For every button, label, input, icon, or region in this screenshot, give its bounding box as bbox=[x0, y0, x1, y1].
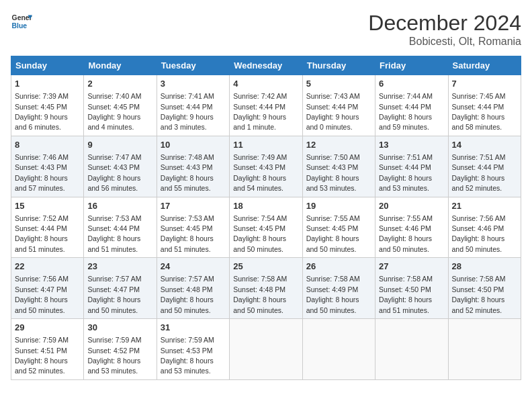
calendar-body: 1Sunrise: 7:39 AMSunset: 4:45 PMDaylight… bbox=[11, 75, 521, 380]
day-number: 26 bbox=[306, 261, 371, 273]
day-detail: Sunrise: 7:50 AMSunset: 4:43 PMDaylight:… bbox=[306, 153, 360, 192]
day-detail: Sunrise: 7:58 AMSunset: 4:50 PMDaylight:… bbox=[379, 275, 433, 314]
weekday-header-thursday: Thursday bbox=[302, 56, 375, 75]
calendar-cell: 1Sunrise: 7:39 AMSunset: 4:45 PMDaylight… bbox=[11, 75, 84, 136]
calendar-cell: 8Sunrise: 7:46 AMSunset: 4:43 PMDaylight… bbox=[11, 136, 84, 197]
day-detail: Sunrise: 7:57 AMSunset: 4:47 PMDaylight:… bbox=[87, 275, 141, 314]
day-detail: Sunrise: 7:53 AMSunset: 4:44 PMDaylight:… bbox=[87, 214, 141, 253]
calendar-cell: 22Sunrise: 7:56 AMSunset: 4:47 PMDayligh… bbox=[11, 258, 84, 319]
day-detail: Sunrise: 7:55 AMSunset: 4:46 PMDaylight:… bbox=[379, 214, 433, 253]
day-number: 23 bbox=[87, 261, 152, 273]
calendar-week-2: 8Sunrise: 7:46 AMSunset: 4:43 PMDaylight… bbox=[11, 136, 521, 197]
day-number: 8 bbox=[15, 139, 80, 151]
calendar-cell: 21Sunrise: 7:56 AMSunset: 4:46 PMDayligh… bbox=[448, 197, 521, 258]
day-number: 29 bbox=[15, 322, 80, 334]
calendar-week-1: 1Sunrise: 7:39 AMSunset: 4:45 PMDaylight… bbox=[11, 75, 521, 136]
day-number: 9 bbox=[87, 139, 152, 151]
calendar-cell: 6Sunrise: 7:44 AMSunset: 4:44 PMDaylight… bbox=[375, 75, 448, 136]
calendar-week-5: 29Sunrise: 7:59 AMSunset: 4:51 PMDayligh… bbox=[11, 319, 521, 380]
day-number: 20 bbox=[379, 200, 444, 212]
logo: General Blue bbox=[11, 11, 32, 32]
calendar-cell: 14Sunrise: 7:51 AMSunset: 4:44 PMDayligh… bbox=[448, 136, 521, 197]
calendar-cell bbox=[375, 319, 448, 380]
day-detail: Sunrise: 7:58 AMSunset: 4:50 PMDaylight:… bbox=[452, 275, 506, 314]
calendar-cell: 9Sunrise: 7:47 AMSunset: 4:43 PMDaylight… bbox=[84, 136, 157, 197]
day-number: 15 bbox=[15, 200, 80, 212]
calendar-table: SundayMondayTuesdayWednesdayThursdayFrid… bbox=[11, 56, 521, 380]
calendar-header-row: SundayMondayTuesdayWednesdayThursdayFrid… bbox=[11, 56, 521, 75]
day-number: 7 bbox=[452, 78, 517, 90]
day-number: 12 bbox=[306, 139, 371, 151]
calendar-cell: 10Sunrise: 7:48 AMSunset: 4:43 PMDayligh… bbox=[157, 136, 229, 197]
day-detail: Sunrise: 7:40 AMSunset: 4:45 PMDaylight:… bbox=[87, 92, 141, 131]
calendar-cell bbox=[302, 319, 375, 380]
weekday-header-tuesday: Tuesday bbox=[157, 56, 229, 75]
day-detail: Sunrise: 7:43 AMSunset: 4:44 PMDaylight:… bbox=[306, 92, 360, 131]
day-number: 10 bbox=[161, 139, 226, 151]
weekday-header-wednesday: Wednesday bbox=[230, 56, 302, 75]
weekday-header-monday: Monday bbox=[84, 56, 157, 75]
calendar-cell bbox=[448, 319, 521, 380]
day-detail: Sunrise: 7:54 AMSunset: 4:45 PMDaylight:… bbox=[233, 214, 287, 253]
day-number: 2 bbox=[87, 78, 152, 90]
calendar-cell: 16Sunrise: 7:53 AMSunset: 4:44 PMDayligh… bbox=[84, 197, 157, 258]
page-header: General Blue December 2024 Bobicesti, Ol… bbox=[11, 11, 521, 48]
calendar-cell: 4Sunrise: 7:42 AMSunset: 4:44 PMDaylight… bbox=[230, 75, 302, 136]
calendar-week-3: 15Sunrise: 7:52 AMSunset: 4:44 PMDayligh… bbox=[11, 197, 521, 258]
day-number: 14 bbox=[452, 139, 517, 151]
day-detail: Sunrise: 7:39 AMSunset: 4:45 PMDaylight:… bbox=[15, 92, 69, 131]
day-number: 16 bbox=[87, 200, 152, 212]
day-detail: Sunrise: 7:57 AMSunset: 4:48 PMDaylight:… bbox=[161, 275, 214, 314]
day-detail: Sunrise: 7:42 AMSunset: 4:44 PMDaylight:… bbox=[233, 92, 287, 131]
calendar-cell: 17Sunrise: 7:53 AMSunset: 4:45 PMDayligh… bbox=[157, 197, 229, 258]
day-detail: Sunrise: 7:44 AMSunset: 4:44 PMDaylight:… bbox=[379, 92, 433, 131]
day-number: 5 bbox=[306, 78, 371, 90]
day-number: 19 bbox=[306, 200, 371, 212]
day-number: 21 bbox=[452, 200, 517, 212]
calendar-cell: 19Sunrise: 7:55 AMSunset: 4:45 PMDayligh… bbox=[302, 197, 375, 258]
calendar-cell bbox=[230, 319, 302, 380]
day-number: 22 bbox=[15, 261, 80, 273]
weekday-header-friday: Friday bbox=[375, 56, 448, 75]
day-number: 1 bbox=[15, 78, 80, 90]
day-detail: Sunrise: 7:59 AMSunset: 4:52 PMDaylight:… bbox=[87, 336, 141, 375]
day-number: 25 bbox=[233, 261, 298, 273]
day-detail: Sunrise: 7:53 AMSunset: 4:45 PMDaylight:… bbox=[161, 214, 214, 253]
calendar-cell: 3Sunrise: 7:41 AMSunset: 4:44 PMDaylight… bbox=[157, 75, 229, 136]
title-block: December 2024 Bobicesti, Olt, Romania bbox=[368, 11, 521, 48]
day-number: 6 bbox=[379, 78, 444, 90]
weekday-header-saturday: Saturday bbox=[448, 56, 521, 75]
day-detail: Sunrise: 7:46 AMSunset: 4:43 PMDaylight:… bbox=[15, 153, 69, 192]
day-number: 13 bbox=[379, 139, 444, 151]
day-number: 3 bbox=[161, 78, 226, 90]
calendar-cell: 2Sunrise: 7:40 AMSunset: 4:45 PMDaylight… bbox=[84, 75, 157, 136]
day-detail: Sunrise: 7:49 AMSunset: 4:43 PMDaylight:… bbox=[233, 153, 287, 192]
day-number: 24 bbox=[161, 261, 226, 273]
day-detail: Sunrise: 7:55 AMSunset: 4:45 PMDaylight:… bbox=[306, 214, 360, 253]
logo-icon: General Blue bbox=[11, 11, 32, 32]
day-detail: Sunrise: 7:58 AMSunset: 4:49 PMDaylight:… bbox=[306, 275, 360, 314]
day-number: 11 bbox=[233, 139, 298, 151]
day-detail: Sunrise: 7:58 AMSunset: 4:48 PMDaylight:… bbox=[233, 275, 287, 314]
calendar-cell: 20Sunrise: 7:55 AMSunset: 4:46 PMDayligh… bbox=[375, 197, 448, 258]
calendar-week-4: 22Sunrise: 7:56 AMSunset: 4:47 PMDayligh… bbox=[11, 258, 521, 319]
calendar-cell: 27Sunrise: 7:58 AMSunset: 4:50 PMDayligh… bbox=[375, 258, 448, 319]
calendar-cell: 24Sunrise: 7:57 AMSunset: 4:48 PMDayligh… bbox=[157, 258, 229, 319]
day-detail: Sunrise: 7:51 AMSunset: 4:44 PMDaylight:… bbox=[379, 153, 433, 192]
day-number: 4 bbox=[233, 78, 298, 90]
day-detail: Sunrise: 7:56 AMSunset: 4:47 PMDaylight:… bbox=[15, 275, 69, 314]
calendar-cell: 23Sunrise: 7:57 AMSunset: 4:47 PMDayligh… bbox=[84, 258, 157, 319]
svg-text:Blue: Blue bbox=[12, 22, 28, 30]
calendar-cell: 7Sunrise: 7:45 AMSunset: 4:44 PMDaylight… bbox=[448, 75, 521, 136]
day-number: 27 bbox=[379, 261, 444, 273]
day-detail: Sunrise: 7:48 AMSunset: 4:43 PMDaylight:… bbox=[161, 153, 214, 192]
day-number: 17 bbox=[161, 200, 226, 212]
day-detail: Sunrise: 7:41 AMSunset: 4:44 PMDaylight:… bbox=[161, 92, 214, 131]
calendar-cell: 13Sunrise: 7:51 AMSunset: 4:44 PMDayligh… bbox=[375, 136, 448, 197]
calendar-cell: 15Sunrise: 7:52 AMSunset: 4:44 PMDayligh… bbox=[11, 197, 84, 258]
day-number: 18 bbox=[233, 200, 298, 212]
calendar-cell: 26Sunrise: 7:58 AMSunset: 4:49 PMDayligh… bbox=[302, 258, 375, 319]
page-subtitle: Bobicesti, Olt, Romania bbox=[368, 36, 521, 48]
calendar-cell: 25Sunrise: 7:58 AMSunset: 4:48 PMDayligh… bbox=[230, 258, 302, 319]
day-detail: Sunrise: 7:59 AMSunset: 4:53 PMDaylight:… bbox=[161, 336, 214, 375]
